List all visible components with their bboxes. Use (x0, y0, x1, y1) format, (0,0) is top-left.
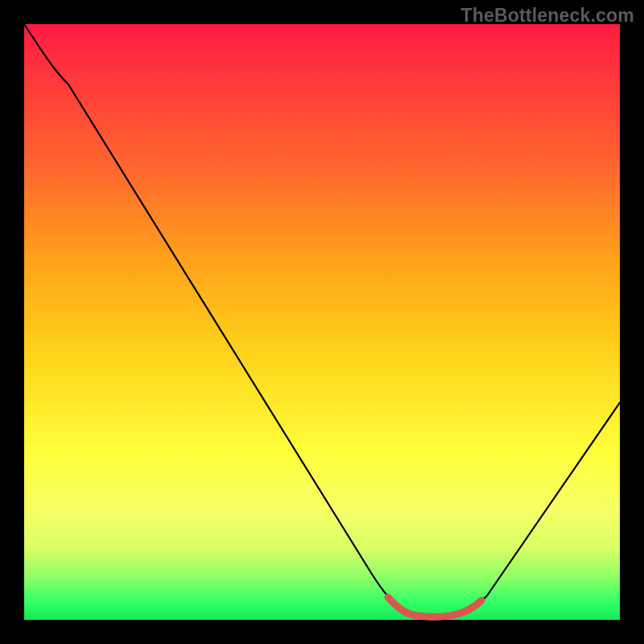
bottleneck-curve-line (24, 24, 620, 616)
chart-svg (24, 24, 620, 620)
chart-container: TheBottleneck.com (0, 0, 644, 644)
optimal-range-highlight-line (388, 597, 481, 617)
watermark-text: TheBottleneck.com (460, 5, 634, 27)
